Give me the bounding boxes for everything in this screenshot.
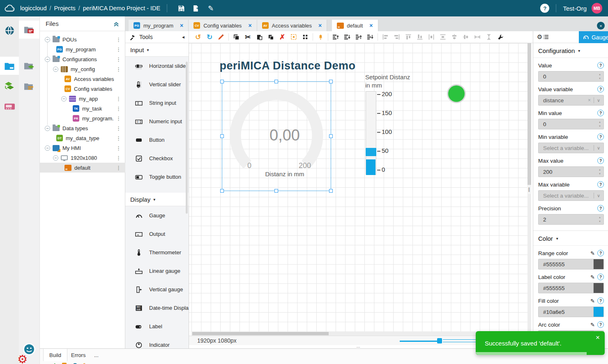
tree-item-default[interactable]: default ⋮ [40, 163, 125, 173]
item-menu-icon[interactable]: ⋮ [116, 145, 121, 151]
tree-item-resolution[interactable]: − 1920x1080 ⋮ [40, 153, 125, 163]
color-swatch[interactable] [593, 307, 603, 317]
tab-close-icon[interactable]: × [318, 22, 322, 29]
tab-close-icon[interactable]: × [180, 22, 183, 29]
tab-default[interactable]: default × [332, 20, 378, 31]
vscroll-thumb[interactable] [527, 43, 531, 187]
item-menu-icon[interactable]: ⋮ [116, 66, 121, 72]
slider-handle[interactable] [366, 148, 376, 156]
collapse-icon[interactable]: − [53, 155, 58, 161]
bring-to-front-icon[interactable] [330, 32, 341, 42]
palette-item-button[interactable]: Button [125, 131, 189, 149]
edit-pencil-icon[interactable]: ✎ [205, 3, 216, 14]
palette-scrollbar[interactable] [186, 62, 188, 214]
color-swatch[interactable] [593, 259, 603, 269]
redo-icon[interactable]: ↻ [204, 32, 215, 42]
item-menu-icon[interactable]: ⋮ [116, 135, 121, 141]
color-section-header[interactable]: Color▾ [533, 231, 608, 246]
spinner-icon[interactable]: ▲▼ [599, 120, 601, 128]
cut-icon[interactable]: ✂ [242, 32, 253, 42]
edit-color-icon[interactable]: ✎ [590, 274, 595, 280]
spinner-icon[interactable]: ▲▼ [599, 215, 601, 223]
tree-item-pous[interactable]: − POUs ⋮ [40, 35, 125, 44]
edit-color-icon[interactable]: ✎ [590, 322, 595, 328]
align-right-icon[interactable] [391, 32, 403, 42]
zoom-slider-fill[interactable] [400, 341, 438, 342]
help-icon[interactable]: ? [597, 274, 604, 280]
align-top-icon[interactable] [403, 32, 414, 42]
help-icon[interactable]: ? [597, 62, 604, 69]
globe-icon[interactable] [0, 21, 19, 39]
fill-color-input[interactable]: #10a6e5 [538, 306, 604, 317]
tree-item-my-program-instance[interactable]: PR my_program. ⋮ [40, 113, 125, 123]
item-menu-icon[interactable]: ⋮ [116, 165, 121, 171]
match-width-icon[interactable] [472, 32, 483, 42]
collapse-tools-icon[interactable]: ◂ [182, 34, 184, 40]
collapse-icon[interactable]: − [53, 67, 58, 72]
help-icon[interactable]: ? [597, 86, 604, 92]
palette-item-numeric-input[interactable]: 0 Numeric input [125, 112, 189, 131]
tree-item-data-types[interactable]: − Data types ⋮ [40, 123, 125, 133]
palette-item-thermometer[interactable]: Thermometer [125, 243, 189, 262]
folder-document-icon[interactable] [19, 21, 39, 39]
bring-forward-icon[interactable] [353, 32, 364, 42]
min-value-input[interactable]: 0 ▲▼ [538, 119, 604, 129]
breadcrumb-projects[interactable]: Projects [54, 5, 75, 12]
dots-grid-icon[interactable] [299, 32, 311, 42]
item-menu-icon[interactable]: ⋮ [116, 37, 121, 43]
palette-item-gauge[interactable]: Gauge [125, 206, 189, 225]
spinner-icon[interactable]: ▲▼ [599, 72, 601, 81]
tree-item-configurations[interactable]: − Configurations ⋮ [40, 54, 125, 64]
tree-item-access-variables[interactable]: AV Access variables [40, 74, 125, 84]
design-canvas[interactable]: periMICA Distance Demo 0,00 0 200 Distan… [189, 43, 527, 332]
selected-widget-chip[interactable]: Gauge [579, 31, 608, 43]
resize-handle-nw[interactable] [220, 80, 224, 83]
device-icon[interactable] [0, 98, 19, 116]
resize-handle-ne[interactable] [329, 80, 333, 83]
palette-item-vertical-slider[interactable]: Vertical slider [125, 75, 189, 94]
undo-icon[interactable]: ↺ [192, 32, 204, 42]
value-input[interactable]: 0 ▲▼ [538, 71, 604, 82]
palette-item-label[interactable]: Label [125, 317, 189, 336]
distribute-vertical-icon[interactable] [437, 32, 449, 42]
tab-config-variables[interactable]: CV Config variables × [189, 20, 257, 31]
zoom-slider-track[interactable] [443, 339, 477, 342]
tab-more[interactable]: ... [88, 349, 104, 361]
widget-settings-icon[interactable]: ⚙ [537, 33, 549, 41]
paste-icon[interactable] [253, 32, 265, 42]
resize-handle-w[interactable] [220, 134, 224, 138]
precision-input[interactable]: 2 ▲▼ [538, 214, 604, 225]
item-menu-icon[interactable]: ⋮ [116, 115, 121, 122]
tree-item-my-task[interactable]: TK my_task ⋮ [40, 104, 125, 113]
close-all-tabs-button[interactable]: × [597, 22, 605, 30]
resize-handle-n[interactable] [274, 80, 278, 83]
collapse-icon[interactable]: − [45, 37, 50, 42]
item-menu-icon[interactable]: ⋮ [116, 125, 121, 131]
align-bottom-icon[interactable] [414, 32, 426, 42]
tab-close-icon[interactable]: × [369, 22, 373, 29]
item-menu-icon[interactable]: ⋮ [116, 96, 121, 102]
help-icon[interactable]: ? [597, 157, 604, 164]
send-backward-icon[interactable] [364, 32, 376, 42]
tab-build[interactable]: Build [43, 349, 67, 361]
save-icon[interactable] [176, 3, 187, 14]
palette-item-vertical-gauge[interactable]: Vertical gauge [125, 280, 189, 299]
range-color-input[interactable]: #555555 [538, 259, 604, 270]
item-menu-icon[interactable]: ⋮ [116, 106, 121, 112]
select-chevron-icon[interactable]: ∨ [597, 145, 600, 151]
zoom-slider-handle[interactable] [437, 338, 442, 343]
select-chevron-icon[interactable]: ∨ [597, 193, 600, 198]
help-icon[interactable]: ? [597, 297, 604, 304]
panel-resize-grip[interactable]: ∥ [527, 185, 532, 194]
distribute-horizontal-icon[interactable] [426, 32, 437, 42]
palette-item-string-input[interactable]: String input [125, 94, 189, 112]
palette-item-datetime-display[interactable]: DEC0:00 Date-time Displa [125, 299, 189, 317]
help-icon[interactable]: ? [597, 110, 604, 116]
wrench-icon[interactable] [495, 32, 506, 42]
palette-item-indicator[interactable]: Indicator [125, 336, 189, 348]
collapse-icon[interactable]: − [45, 126, 50, 131]
clear-brush-icon[interactable] [215, 32, 227, 42]
configuration-section-header[interactable]: Configuration▾ [533, 43, 608, 58]
clear-icon[interactable]: × [588, 97, 591, 103]
help-icon[interactable]: ? [597, 321, 604, 328]
